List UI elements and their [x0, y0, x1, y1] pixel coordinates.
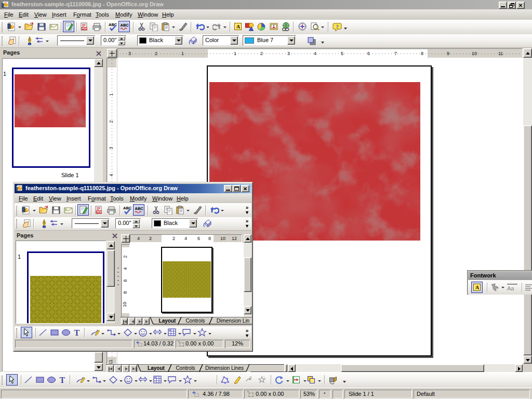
svg-text:Controls: Controls: [176, 365, 195, 371]
svg-text:Dimension Lin: Dimension Lin: [217, 318, 249, 324]
svg-text:Controls: Controls: [185, 318, 205, 324]
svg-text:Dimension Lines: Dimension Lines: [205, 365, 244, 371]
svg-text:Aa: Aa: [507, 285, 514, 291]
svg-text:Layout: Layout: [159, 318, 176, 324]
svg-text:Layout: Layout: [148, 365, 165, 371]
